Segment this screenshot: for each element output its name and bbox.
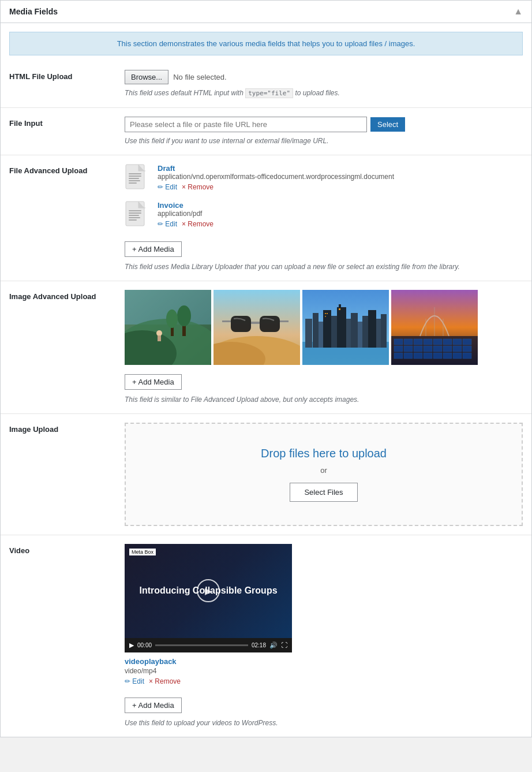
image-advanced-upload-label: Image Advanced Upload xyxy=(9,290,125,301)
no-file-text: No file selected. xyxy=(173,73,227,81)
svg-rect-64 xyxy=(433,346,442,352)
video-meta-label: Meta Box xyxy=(129,549,156,555)
file-advanced-upload-row: File Advanced Upload xyxy=(1,155,531,281)
svg-rect-60 xyxy=(394,346,403,352)
svg-rect-73 xyxy=(443,353,452,359)
svg-rect-72 xyxy=(433,353,442,359)
svg-rect-48 xyxy=(325,316,326,317)
video-add-media-button[interactable]: + Add Media xyxy=(125,698,182,713)
image-thumb-3[interactable] xyxy=(302,290,389,365)
svg-rect-63 xyxy=(424,346,432,352)
remove-invoice-link[interactable]: × Remove xyxy=(182,220,213,228)
svg-point-20 xyxy=(156,330,162,336)
image-thumb-2[interactable] xyxy=(213,290,300,365)
file-actions-invoice: ✏ Edit × Remove xyxy=(158,220,213,228)
svg-rect-1 xyxy=(129,173,141,174)
file-advanced-upload-label: File Advanced Upload xyxy=(9,164,125,175)
panel-header: Media Fields ▲ xyxy=(1,1,531,23)
video-play-button[interactable]: ▶ xyxy=(129,642,134,649)
edit-video-link[interactable]: ✏ Edit xyxy=(125,677,144,685)
svg-rect-11 xyxy=(129,219,137,221)
svg-rect-75 xyxy=(463,353,471,359)
collapse-icon[interactable]: ▲ xyxy=(514,6,523,17)
file-pdf-icon xyxy=(125,201,151,230)
svg-rect-42 xyxy=(362,316,368,348)
svg-rect-56 xyxy=(433,339,442,345)
svg-rect-66 xyxy=(453,346,462,352)
svg-rect-46 xyxy=(325,313,326,314)
html-file-help-text2: to upload files. xyxy=(295,89,339,97)
image-advanced-upload-row: Image Advanced Upload xyxy=(1,281,531,414)
svg-rect-10 xyxy=(129,217,140,218)
info-banner-text: This section demonstrates the various me… xyxy=(117,39,415,48)
image-thumb-1[interactable] xyxy=(125,290,211,365)
file-advanced-help: This field uses Media Library Uploader t… xyxy=(125,262,523,272)
file-select-button[interactable]: Select xyxy=(370,117,405,132)
video-content: Meta Box ▶ Introducing Collapsible Group… xyxy=(125,544,523,728)
file-advanced-upload-content: Draft application/vnd.openxmlformats-off… xyxy=(125,164,523,272)
file-input-control-row: Select xyxy=(125,117,523,132)
file-info-draft: Draft application/vnd.openxmlformats-off… xyxy=(158,164,394,191)
browse-row: Browse... No file selected. xyxy=(125,70,523,84)
svg-rect-47 xyxy=(327,313,328,314)
video-controls: ▶ 00:00 02:18 🔊 ⛶ xyxy=(125,638,292,652)
svg-rect-68 xyxy=(394,353,403,359)
file-advanced-add-media-button[interactable]: + Add Media xyxy=(125,241,182,257)
video-volume-button[interactable]: 🔊 xyxy=(269,642,278,649)
image-advanced-add-media-button[interactable]: + Add Media xyxy=(125,374,182,390)
remove-draft-link[interactable]: × Remove xyxy=(182,183,213,191)
drop-zone[interactable]: Drop files here to upload or Select File… xyxy=(125,423,523,526)
svg-rect-52 xyxy=(394,339,403,345)
svg-rect-54 xyxy=(414,339,422,345)
html-file-upload-content: Browse... No file selected. This field u… xyxy=(125,70,523,99)
svg-rect-40 xyxy=(351,313,358,348)
image-grid xyxy=(125,290,523,365)
video-progress-bar[interactable] xyxy=(155,644,248,646)
svg-point-17 xyxy=(177,305,191,326)
video-filename-link[interactable]: videoplayback xyxy=(125,657,523,666)
video-row: Video Meta Box ▶ Introducing Collapsible… xyxy=(1,535,531,737)
video-fullscreen-button[interactable]: ⛶ xyxy=(281,642,287,648)
file-info-invoice: Invoice application/pdf ✏ Edit × Remove xyxy=(158,201,213,228)
svg-rect-62 xyxy=(414,346,422,352)
image-thumb-4[interactable] xyxy=(391,290,478,365)
file-item-draft: Draft application/vnd.openxmlformats-off… xyxy=(125,164,523,193)
drop-zone-or: or xyxy=(137,466,510,475)
svg-rect-8 xyxy=(129,212,141,214)
video-container: Meta Box ▶ Introducing Collapsible Group… xyxy=(125,544,292,652)
svg-rect-70 xyxy=(414,353,422,359)
file-input-field[interactable] xyxy=(125,117,367,132)
file-input-content: Select Use this field if you want to use… xyxy=(125,117,523,146)
html-file-help: This field uses default HTML input with … xyxy=(125,88,523,99)
file-doc-icon xyxy=(125,164,151,193)
remove-video-link[interactable]: × Remove xyxy=(149,677,181,685)
svg-rect-59 xyxy=(463,339,471,345)
video-help: Use this field to upload your videos to … xyxy=(125,718,523,728)
info-banner: This section demonstrates the various me… xyxy=(9,32,523,55)
panel-title: Media Fields xyxy=(9,7,58,16)
svg-rect-32 xyxy=(305,319,312,348)
select-files-button[interactable]: Select Files xyxy=(290,483,357,502)
html-file-upload-row: HTML File Upload Browse... No file selec… xyxy=(1,61,531,108)
edit-invoice-link[interactable]: ✏ Edit xyxy=(158,220,177,228)
image-upload-row: Image Upload Drop files here to upload o… xyxy=(1,414,531,535)
browse-button[interactable]: Browse... xyxy=(125,70,168,84)
video-time-current: 00:00 xyxy=(137,642,152,648)
video-mime: video/mp4 xyxy=(125,667,523,675)
video-play-overlay[interactable]: ▶ xyxy=(197,579,220,602)
svg-rect-27 xyxy=(251,322,260,324)
file-item-invoice: Invoice application/pdf ✏ Edit × Remove xyxy=(125,201,523,230)
video-time-total: 02:18 xyxy=(252,642,266,648)
file-name-draft[interactable]: Draft xyxy=(158,164,394,173)
file-input-label: File Input xyxy=(9,117,125,128)
image-advanced-upload-content: + Add Media This field is similar to Fil… xyxy=(125,290,523,405)
svg-rect-65 xyxy=(443,346,452,352)
svg-rect-55 xyxy=(424,339,432,345)
svg-rect-4 xyxy=(129,180,140,181)
edit-draft-link[interactable]: ✏ Edit xyxy=(158,183,177,191)
svg-rect-71 xyxy=(424,353,432,359)
video-thumbnail: Meta Box ▶ Introducing Collapsible Group… xyxy=(125,544,292,638)
svg-rect-53 xyxy=(404,339,413,345)
file-name-invoice[interactable]: Invoice xyxy=(158,201,213,210)
svg-rect-28 xyxy=(222,320,231,322)
